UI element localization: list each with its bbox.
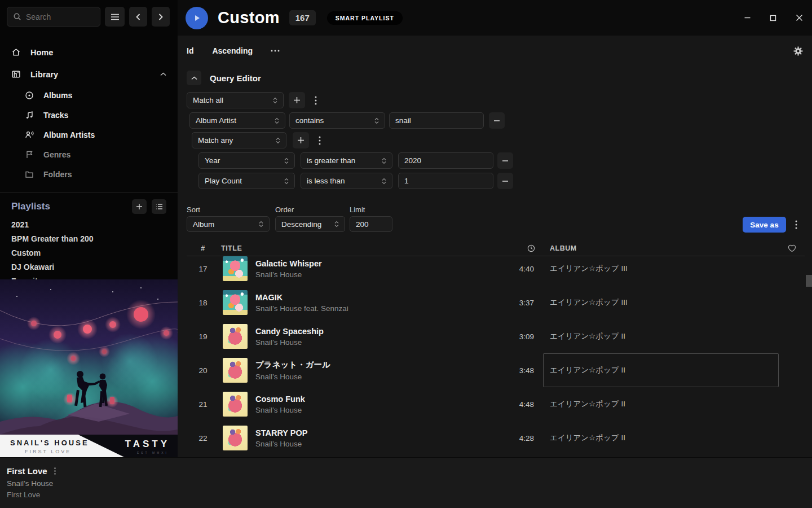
remove-rule-button[interactable] [489,112,505,129]
track-title[interactable]: STARRY POP [255,428,507,437]
duration-column-header[interactable] [507,244,543,252]
track-number: 18 [187,299,219,307]
save-as-button[interactable]: Save as [743,217,786,233]
favorite-column-header[interactable] [779,244,805,252]
track-artist[interactable]: Snail’s House [255,406,507,414]
kebab-icon[interactable] [54,467,56,475]
rule-operator-select[interactable]: is greater than [301,152,392,169]
track-list: 17 Galactic Whisper Snail’s House 4:40 エ… [187,256,805,455]
track-cover-art[interactable] [223,358,248,383]
track-row[interactable]: 17 Galactic Whisper Snail’s House 4:40 エ… [187,256,805,286]
maximize-button[interactable] [760,5,786,31]
playlist-item[interactable]: Custom [0,246,178,260]
album-column-header[interactable]: ALBUM [543,244,779,252]
query-meta-labels: Sort Order Limit [187,205,803,214]
title-column-header[interactable]: TITLE [219,244,251,252]
remove-rule-button[interactable] [497,152,513,169]
group-menu-button[interactable] [314,132,325,148]
rule-operator-select[interactable]: contains [289,112,385,129]
sidebar-item-library[interactable]: Library [0,63,178,85]
rule-operator-select[interactable]: is less than [301,173,392,189]
match-type-select[interactable]: Match any [192,132,286,148]
track-artist[interactable]: Snail’s House [255,440,507,448]
rule-field-select[interactable]: Play Count [198,173,295,189]
rule-value-input[interactable]: 1 [398,173,493,189]
search-box[interactable] [7,7,100,27]
minimize-button[interactable] [734,5,760,31]
play-playlist-button[interactable] [186,7,208,29]
player-bar: First Love Snail’s House First Love [0,457,812,508]
order-select[interactable]: Descending [275,216,345,232]
track-album[interactable]: エイリアン☆ポップ II [543,319,779,353]
track-row[interactable]: 22 STARRY POP Snail’s House 4:28 エイリアン☆ポ… [187,421,805,455]
main-content: Id Ascending Query Editor Match all [178,36,812,457]
sort-select[interactable]: Album [187,216,270,232]
track-title[interactable]: Candy Spaceship [255,327,507,336]
add-playlist-button[interactable] [132,199,147,214]
collapse-query-editor-button[interactable] [187,71,201,85]
track-cover-art[interactable] [223,256,248,281]
playlist-item[interactable]: 2021 [0,217,178,231]
track-title[interactable]: プラネット・ガール [255,360,507,370]
playlist-item[interactable]: DJ Okawari [0,260,178,274]
now-playing-album[interactable]: First Love [7,491,56,499]
track-row[interactable]: 20 プラネット・ガール Snail’s House 3:48 エイリアン☆ポッ… [187,353,805,387]
playlist-list-button[interactable] [152,199,166,214]
now-playing-album-art[interactable]: SNAIL'S HOUSE FIRST LOVE TASTY EST MMXI [0,279,178,457]
search-icon [13,12,21,21]
chevron-up-icon[interactable] [160,72,166,77]
query-menu-button[interactable] [791,217,802,233]
track-cover-art[interactable] [223,324,248,349]
now-playing-artist[interactable]: Snail’s House [7,479,56,488]
sort-direction-button[interactable]: Ascending [212,46,253,55]
track-artist[interactable]: Snail’s House [255,373,507,381]
add-rule-button[interactable] [289,92,305,108]
sort-field-button[interactable]: Id [187,46,193,55]
rule-field-select[interactable]: Album Artist [189,112,285,129]
index-column-header[interactable]: # [187,244,219,252]
track-row[interactable]: 19 Candy Spaceship Snail’s House 3:09 エイ… [187,319,805,353]
settings-gear-button[interactable] [793,46,803,56]
limit-input[interactable]: 200 [350,216,392,232]
rule-value-input[interactable]: snail [389,112,484,129]
track-title-cell: プラネット・ガール Snail’s House [251,360,507,381]
match-type-select[interactable]: Match all [187,92,284,108]
track-title[interactable]: Cosmo Funk [255,395,507,404]
track-cover-art[interactable] [223,290,248,315]
track-title[interactable]: Galactic Whisper [255,259,507,268]
track-artist[interactable]: Snail’s House [255,270,507,279]
menu-button[interactable] [105,7,125,27]
remove-rule-button[interactable] [497,173,513,189]
track-album[interactable]: エイリアン☆ポップ III [543,286,779,319]
track-row[interactable]: 18 MAGIK Snail’s House feat. Sennzai 3:3… [187,286,805,319]
playlist-item[interactable]: BPM Greater than 200 [0,231,178,246]
back-button[interactable] [129,7,147,27]
track-artist[interactable]: Snail’s House feat. Sennzai [255,304,507,313]
sidebar-item-folders[interactable]: Folders [0,164,178,184]
track-album[interactable]: エイリアン☆ポップ II [543,387,779,421]
sidebar-item-home[interactable]: Home [0,41,178,63]
now-playing-title[interactable]: First Love [7,466,47,476]
more-options-button[interactable] [271,50,280,52]
track-row[interactable]: 21 Cosmo Funk Snail’s House 4:48 エイリアン☆ポ… [187,387,805,421]
rule-field-select[interactable]: Year [198,152,295,169]
forward-button[interactable] [152,7,170,27]
sidebar-item-tracks[interactable]: Tracks [0,105,178,125]
query-root-group: Match all [187,92,812,108]
sidebar-item-album-artists[interactable]: Album Artists [0,125,178,144]
track-album[interactable]: エイリアン☆ポップ III [543,256,779,286]
track-cover-art[interactable] [223,426,248,450]
track-album[interactable]: エイリアン☆ポップ II [543,353,779,387]
rule-value-input[interactable]: 2020 [398,152,493,169]
search-input[interactable] [26,12,88,21]
sidebar-item-albums[interactable]: Albums [0,85,178,105]
group-menu-button[interactable] [310,92,321,108]
track-title[interactable]: MAGIK [255,293,507,302]
close-button[interactable] [786,5,812,31]
track-album[interactable]: エイリアン☆ポップ II [543,421,779,455]
add-rule-button[interactable] [293,132,309,148]
scrollbar-thumb[interactable] [806,275,812,287]
sidebar-item-genres[interactable]: Genres [0,144,178,164]
track-artist[interactable]: Snail’s House [255,338,507,347]
track-cover-art[interactable] [223,392,248,417]
